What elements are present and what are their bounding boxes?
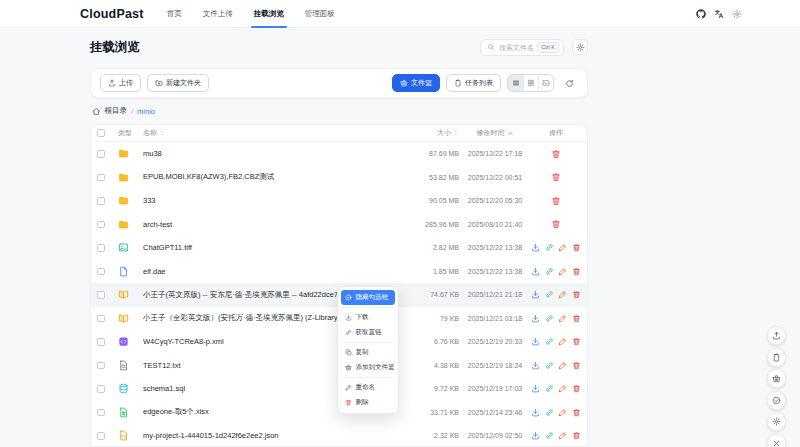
language-icon[interactable] xyxy=(714,9,724,19)
menu-item[interactable]: 下载 xyxy=(341,310,395,325)
row-checkbox[interactable] xyxy=(97,385,105,393)
rename-action-icon[interactable] xyxy=(558,431,567,440)
delete-action-icon[interactable] xyxy=(572,337,581,346)
header-name[interactable]: 名称 xyxy=(143,128,394,138)
delete-action-icon[interactable] xyxy=(551,196,561,206)
row-checkbox[interactable] xyxy=(97,409,105,417)
row-checkbox[interactable] xyxy=(97,291,105,299)
row-checkbox[interactable] xyxy=(97,150,105,158)
download-action-icon[interactable] xyxy=(531,314,540,323)
delete-action-icon[interactable] xyxy=(572,267,581,276)
link-action-icon[interactable] xyxy=(545,314,554,323)
header-size[interactable]: 大小 xyxy=(401,128,459,138)
row-checkbox[interactable] xyxy=(97,221,105,229)
rename-action-icon[interactable] xyxy=(558,314,567,323)
delete-action-icon[interactable] xyxy=(572,314,581,323)
list-view-button[interactable] xyxy=(508,75,523,91)
search-input[interactable] xyxy=(499,44,533,51)
rename-action-icon[interactable] xyxy=(558,384,567,393)
menu-item[interactable]: 添加到文件篮 xyxy=(341,360,395,375)
github-icon[interactable] xyxy=(696,9,706,19)
download-action-icon[interactable] xyxy=(531,384,540,393)
table-row[interactable]: ChatGPT11.tiff2.82 MB2025/12/22 13:38 xyxy=(91,236,587,260)
row-checkbox[interactable] xyxy=(97,338,105,346)
home-icon[interactable] xyxy=(92,107,101,116)
close-fab-button[interactable] xyxy=(767,434,786,447)
settings-fab-button[interactable] xyxy=(767,412,786,431)
upload-fab-button[interactable] xyxy=(767,326,786,345)
delete-action-icon[interactable] xyxy=(551,172,561,182)
menu-item[interactable]: 删除 xyxy=(341,395,395,410)
file-name[interactable]: my-project-1-444015-1d242f6e2ee2.json xyxy=(143,431,394,440)
table-row[interactable]: 33390.05 MB2025/12/20 05:30 xyxy=(91,189,587,213)
nav-item-2[interactable]: 挂载浏览 xyxy=(253,7,285,21)
new-folder-button[interactable]: 新建文件夹 xyxy=(147,74,209,92)
table-row[interactable]: mu3887.69 MB2025/12/22 17:18 xyxy=(91,142,587,166)
task-list-button[interactable]: 任务列表 xyxy=(446,74,501,92)
row-checkbox[interactable] xyxy=(97,197,105,205)
rename-action-icon[interactable] xyxy=(558,361,567,370)
nav-item-3[interactable]: 管理面板 xyxy=(304,7,336,21)
rename-action-icon[interactable] xyxy=(558,267,567,276)
grid-view-button[interactable] xyxy=(523,75,538,91)
row-checkbox[interactable] xyxy=(97,174,105,182)
search-settings-button[interactable] xyxy=(572,39,588,55)
file-basket-button[interactable]: 文件篮 xyxy=(392,74,440,92)
delete-action-icon[interactable] xyxy=(572,384,581,393)
toggle-checkboxes-fab-button[interactable] xyxy=(767,391,786,410)
rename-action-icon[interactable] xyxy=(558,243,567,252)
download-action-icon[interactable] xyxy=(531,337,540,346)
row-checkbox[interactable] xyxy=(97,362,105,370)
download-action-icon[interactable] xyxy=(531,431,540,440)
row-checkbox[interactable] xyxy=(97,244,105,252)
file-basket-fab-button[interactable] xyxy=(767,369,786,388)
link-action-icon[interactable] xyxy=(545,384,554,393)
file-name[interactable]: EPUB,MOBI,KF8(AZW3),FB2,CBZ测试 xyxy=(143,172,394,182)
file-name[interactable]: elf.dae xyxy=(143,267,394,276)
delete-action-icon[interactable] xyxy=(572,431,581,440)
delete-action-icon[interactable] xyxy=(572,408,581,417)
menu-item[interactable]: 重命名 xyxy=(341,380,395,395)
link-action-icon[interactable] xyxy=(545,361,554,370)
file-name[interactable]: 333 xyxy=(143,196,394,205)
rename-action-icon[interactable] xyxy=(558,337,567,346)
select-all-checkbox[interactable] xyxy=(97,129,105,137)
link-action-icon[interactable] xyxy=(545,267,554,276)
download-action-icon[interactable] xyxy=(531,361,540,370)
link-action-icon[interactable] xyxy=(545,337,554,346)
header-modified[interactable]: 修改时间 xyxy=(466,128,524,138)
table-row[interactable]: EPUB,MOBI,KF8(AZW3),FB2,CBZ测试53.82 MB202… xyxy=(91,166,587,190)
link-action-icon[interactable] xyxy=(545,290,554,299)
download-action-icon[interactable] xyxy=(531,243,540,252)
row-checkbox[interactable] xyxy=(97,432,105,440)
refresh-button[interactable] xyxy=(560,74,578,92)
delete-action-icon[interactable] xyxy=(551,149,561,159)
menu-item[interactable]: 复制 xyxy=(341,345,395,360)
menu-item[interactable]: 获取直链 xyxy=(341,325,395,340)
link-action-icon[interactable] xyxy=(545,431,554,440)
row-checkbox[interactable] xyxy=(97,268,105,276)
download-action-icon[interactable] xyxy=(531,290,540,299)
header-type[interactable]: 类型 xyxy=(118,128,136,138)
nav-item-1[interactable]: 文件上传 xyxy=(202,7,234,21)
search-box[interactable]: Ctrl K xyxy=(480,39,564,56)
table-row[interactable]: my-project-1-444015-1d242f6e2ee2.json2.3… xyxy=(91,424,587,447)
gallery-view-button[interactable] xyxy=(538,75,553,91)
link-action-icon[interactable] xyxy=(545,243,554,252)
delete-action-icon[interactable] xyxy=(572,243,581,252)
download-action-icon[interactable] xyxy=(531,408,540,417)
nav-item-0[interactable]: 首页 xyxy=(166,7,183,21)
table-row[interactable]: elf.dae1.85 MB2025/12/22 13:38 xyxy=(91,260,587,284)
download-action-icon[interactable] xyxy=(531,267,540,276)
delete-action-icon[interactable] xyxy=(572,290,581,299)
file-name[interactable]: mu38 xyxy=(143,149,394,158)
theme-settings-icon[interactable] xyxy=(732,9,742,19)
table-row[interactable]: arch-test285.96 MB2025/08/10 21:40 xyxy=(91,213,587,237)
delete-action-icon[interactable] xyxy=(551,219,561,229)
menu-item[interactable]: 隐藏勾选框 xyxy=(341,290,395,305)
breadcrumb-root[interactable]: 根目录 xyxy=(105,106,128,116)
breadcrumb-current[interactable]: minio xyxy=(137,107,155,116)
delete-action-icon[interactable] xyxy=(572,361,581,370)
link-action-icon[interactable] xyxy=(545,408,554,417)
task-list-fab-button[interactable] xyxy=(767,348,786,367)
